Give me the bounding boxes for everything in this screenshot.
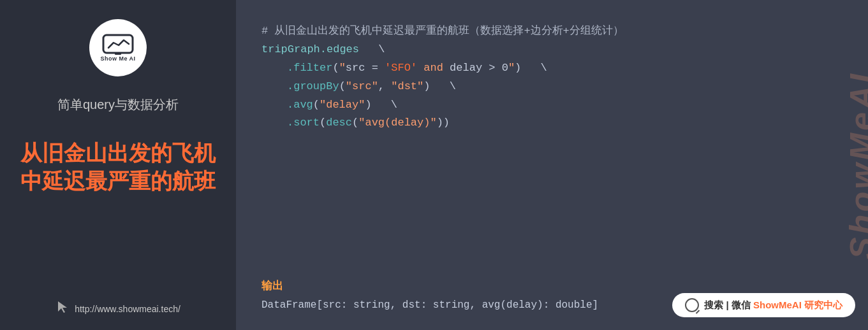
avg-method: .avg: [287, 99, 313, 111]
logo-text: Show Me AI: [100, 55, 135, 62]
filter-paren-open: (: [332, 62, 339, 74]
avg-delay-quote: "delay": [320, 99, 365, 111]
groupby-src-quote: "src": [346, 80, 378, 92]
svg-rect-1: [115, 53, 121, 55]
filter-src: src =: [346, 62, 385, 74]
main-title-line2: 中延迟最严重的航班: [20, 169, 216, 193]
filter-method: .filter: [287, 62, 332, 74]
filter-sfo: 'SFO': [385, 62, 417, 74]
sort-inner-close: )): [437, 117, 450, 129]
logo-icon: [102, 34, 134, 55]
website-url: http://www.showmeai.tech/: [75, 304, 180, 314]
code-line-2: .filter("src = 'SFO' and delay > 0") \: [261, 59, 842, 78]
filter-and-kw: and: [423, 62, 443, 74]
bottom-bar[interactable]: 搜索 | 微信 ShowMeAI 研究中心: [672, 293, 855, 317]
logo: Show Me AI: [89, 19, 147, 76]
backslash-3: \: [450, 80, 456, 92]
groupby-comma: ,: [378, 80, 391, 92]
groupby-paren-close: ): [423, 80, 430, 92]
filter-quote1: ": [339, 62, 346, 74]
separator: |: [726, 299, 728, 310]
website-row: http://www.showmeai.tech/: [55, 300, 180, 317]
code-line-3: .groupBy("src", "dst") \: [261, 78, 842, 96]
brand-text: ShowMeAI 研究中心: [753, 299, 842, 310]
sort-inner-open: (: [352, 117, 358, 129]
sort-avg-quote: "avg(delay)": [358, 117, 436, 129]
filter-quote2: ": [508, 62, 515, 74]
avg-paren-open: (: [313, 99, 320, 111]
code-panel: ShowMeAI # 从旧金山出发的飞机中延迟最严重的航班（数据选择+边分析+分…: [236, 0, 868, 330]
code-line-4: .avg("delay") \: [261, 96, 842, 115]
svg-marker-2: [58, 301, 67, 313]
filter-and: [417, 62, 423, 74]
bottom-bar-label: 搜索 | 微信 ShowMeAI 研究中心: [704, 299, 842, 312]
search-icon: [685, 298, 699, 312]
desc-method: desc: [326, 117, 352, 129]
cursor-icon: [55, 300, 70, 317]
groupby-dst-quote: "dst": [391, 80, 423, 92]
sidebar: Show Me AI 简单query与数据分析 从旧金山出发的飞机 中延迟最严重…: [0, 0, 236, 330]
code-line-1: tripGraph.edges \: [261, 41, 842, 59]
watermark-text: ShowMeAI: [842, 71, 868, 259]
sort-paren-open: (: [320, 117, 326, 129]
logo-svg: Show Me AI: [100, 34, 135, 62]
code-block: # 从旧金山出发的飞机中延迟最严重的航班（数据选择+边分析+分组统计） trip…: [261, 22, 842, 266]
comment-text: # 从旧金山出发的飞机中延迟最严重的航班（数据选择+边分析+分组统计）: [261, 25, 624, 37]
backslash-1: \: [378, 43, 385, 55]
main-title-line1: 从旧金山出发的飞机: [20, 141, 216, 165]
code-line-comment: # 从旧金山出发的飞机中延迟最严重的航班（数据选择+边分析+分组统计）: [261, 22, 842, 41]
filter-paren-close: ): [515, 62, 521, 74]
backslash-4: \: [391, 99, 397, 111]
filter-delay: delay > 0: [443, 62, 508, 74]
groupby-paren-open: (: [339, 80, 346, 92]
groupby-method: .groupBy: [287, 80, 339, 92]
wechat-text: 微信: [732, 299, 751, 310]
output-label: 输出: [261, 278, 842, 293]
search-text: 搜索: [704, 299, 723, 310]
code-object: tripGraph.edges: [261, 43, 359, 55]
sort-method: .sort: [287, 117, 320, 129]
sidebar-subtitle: 简单query与数据分析: [57, 96, 179, 113]
avg-paren-close: ): [365, 99, 371, 111]
code-line-5: .sort(desc("avg(delay)")): [261, 114, 842, 133]
sidebar-main-title: 从旧金山出发的飞机 中延迟最严重的航班: [20, 139, 216, 195]
backslash-2: \: [541, 62, 547, 74]
